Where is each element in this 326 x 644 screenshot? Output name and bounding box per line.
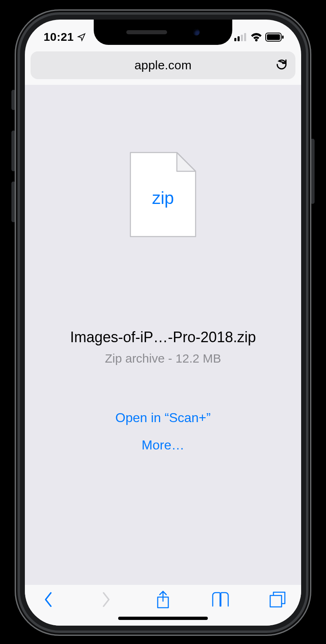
address-bar[interactable]: apple.com [31, 51, 295, 79]
svg-rect-1 [238, 36, 240, 41]
back-button[interactable] [37, 588, 60, 611]
address-domain: apple.com [134, 58, 192, 72]
file-icon: zip [128, 150, 198, 239]
location-icon [77, 33, 86, 42]
forward-button [95, 588, 117, 611]
svg-point-4 [255, 39, 258, 42]
svg-rect-7 [282, 35, 284, 39]
file-name: Images-of-iP…-Pro-2018.zip [64, 329, 262, 346]
notch [94, 20, 232, 45]
bookmarks-button[interactable] [209, 588, 232, 611]
file-extension-label: zip [128, 188, 198, 208]
svg-rect-0 [234, 38, 236, 41]
wifi-icon [251, 33, 262, 42]
file-meta: Zip archive - 12.2 MB [105, 352, 221, 365]
battery-icon [265, 33, 284, 42]
svg-rect-2 [241, 35, 243, 41]
svg-rect-3 [244, 33, 246, 41]
speaker-grille [126, 30, 167, 34]
device-frame: 10:21 [15, 9, 311, 636]
more-button[interactable]: More… [142, 438, 185, 453]
reload-icon[interactable] [275, 58, 288, 73]
download-preview: zip Images-of-iP…-Pro-2018.zip Zip archi… [25, 85, 301, 585]
cellular-signal-icon [234, 33, 247, 41]
share-button[interactable] [152, 588, 174, 611]
status-time: 10:21 [44, 31, 74, 44]
screen: 10:21 [25, 20, 301, 626]
svg-rect-12 [270, 595, 282, 607]
front-camera [193, 29, 200, 35]
home-indicator[interactable] [118, 617, 208, 620]
tabs-button[interactable] [266, 588, 289, 611]
open-in-button[interactable]: Open in “Scan+” [115, 410, 211, 425]
svg-rect-6 [267, 34, 280, 40]
